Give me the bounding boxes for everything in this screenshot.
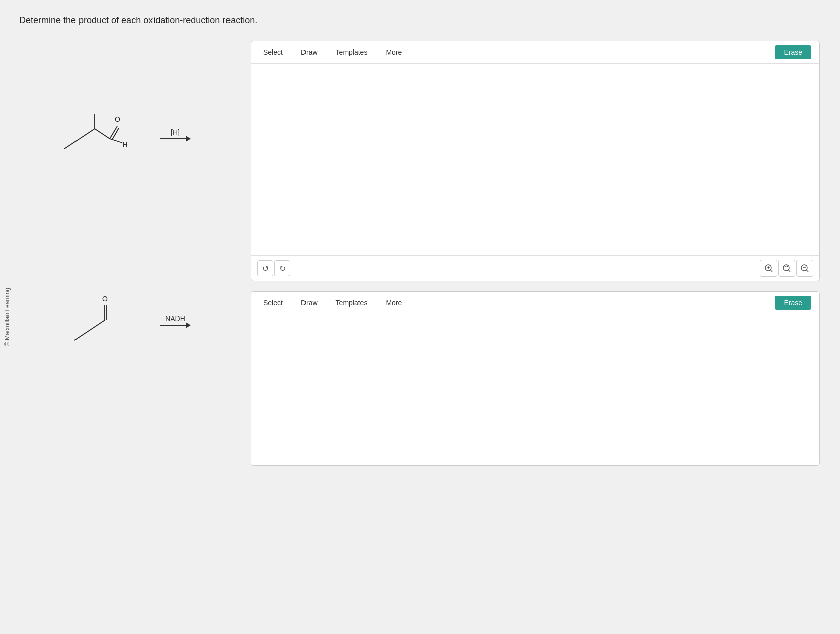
arrow-2 [160,325,190,326]
editor-panel-2: Select Draw Templates More Erase [251,291,820,466]
redo-btn-1[interactable]: ↻ [274,260,290,276]
content-area: O H [H] [19,41,820,466]
more-btn-1[interactable]: More [381,46,406,58]
undo-redo-group-1: ↺ ↻ [257,260,290,276]
zoom-in-btn-1[interactable] [760,260,777,277]
editor-toolbar-1: Select Draw Templates More Erase [251,41,819,64]
arrow-line-1 [160,138,190,139]
svg-text:O: O [115,115,120,123]
more-btn-2[interactable]: More [381,297,406,309]
arrow-line-2 [160,325,190,326]
undo-icon-1: ↺ [262,264,269,273]
svg-line-2 [95,129,110,139]
reaction-block-1: O H [H] [19,41,251,227]
molecule-2-svg: O [49,275,150,365]
reaction-block-2: O NADH [19,227,251,413]
page-title: Determine the product of each oxidation-… [19,15,820,26]
svg-line-10 [74,330,90,340]
zoom-reset-icon-1 [782,263,792,273]
undo-btn-1[interactable]: ↺ [257,260,273,276]
sidebar: © Macmillan Learning [0,0,14,634]
select-btn-2[interactable]: Select [259,297,287,309]
reaction-drawing-1: O H [H] [49,89,190,179]
draw-btn-2[interactable]: Draw [297,297,322,309]
arrow-container-2: NADH [160,314,190,326]
erase-btn-1[interactable]: Erase [775,45,811,59]
select-btn-1[interactable]: Select [259,46,287,58]
svg-line-1 [64,139,80,149]
reaction-label-1: [H] [171,128,180,136]
erase-btn-2[interactable]: Erase [775,296,811,310]
svg-line-9 [90,320,105,330]
editor-panel-1: Select Draw Templates More Erase ↺ [251,41,820,281]
page-wrapper: © Macmillan Learning Determine the produ… [0,0,840,634]
zoom-out-icon-1 [800,263,810,273]
editor-bottom-bar-1: ↺ ↻ [251,255,819,281]
reaction-label-2: NADH [165,314,185,323]
arrow-1 [160,138,190,139]
zoom-reset-btn-1[interactable] [778,260,795,277]
templates-btn-1[interactable]: Templates [332,46,372,58]
svg-text:H: H [123,141,127,148]
svg-line-17 [771,270,773,272]
redo-icon-1: ↻ [279,264,286,273]
arrow-container-1: [H] [160,128,190,139]
svg-line-0 [80,129,95,139]
reactions-column: O H [H] [19,41,251,413]
svg-text:O: O [102,295,108,303]
templates-btn-2[interactable]: Templates [332,297,372,309]
zoom-in-icon-1 [763,263,774,273]
editor-canvas-2[interactable] [251,314,819,465]
editor-canvas-1[interactable] [251,64,819,255]
svg-line-22 [807,270,809,272]
zoom-group-1 [760,260,813,277]
svg-line-19 [789,270,791,272]
reaction-drawing-2: O NADH [49,275,190,365]
main-content: Determine the product of each oxidation-… [14,0,840,634]
zoom-out-btn-1[interactable] [796,260,813,277]
editor-toolbar-2: Select Draw Templates More Erase [251,292,819,314]
editors-column: Select Draw Templates More Erase ↺ [251,41,820,466]
draw-btn-1[interactable]: Draw [297,46,322,58]
copyright-label: © Macmillan Learning [4,288,11,346]
svg-line-6 [110,139,122,143]
molecule-1-svg: O H [49,89,150,179]
